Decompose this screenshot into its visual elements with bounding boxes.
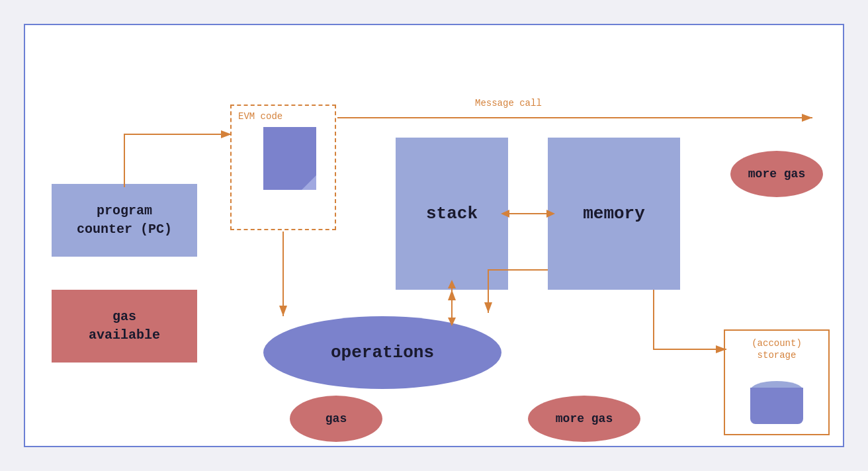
operations-ellipse: operations: [263, 316, 501, 389]
gas-ellipse: gas: [290, 396, 382, 442]
evm-code-box: EVM code: [230, 105, 336, 230]
pc-to-evm-arrow: [124, 134, 232, 187]
evm-code-page-icon: [263, 127, 316, 190]
cylinder-icon: [750, 371, 803, 424]
more-gas-bottom-ellipse: more gas: [528, 396, 640, 442]
memory-box: memory: [548, 138, 680, 290]
cylinder-body: [750, 388, 803, 424]
program-counter-box: program counter (PC): [52, 184, 197, 257]
message-call-label: Message call: [475, 98, 542, 108]
more-gas-top-ellipse: more gas: [730, 151, 823, 197]
account-storage-box: (account) storage: [724, 329, 830, 435]
gas-available-box: gas available: [52, 290, 197, 363]
stack-box: stack: [396, 138, 508, 290]
account-storage-label: (account) storage: [752, 337, 802, 361]
memory-to-storage-arrow: [654, 290, 726, 349]
evm-code-label: EVM code: [238, 111, 282, 122]
diagram-frame: Message call program counter (PC) gas av…: [24, 24, 844, 447]
